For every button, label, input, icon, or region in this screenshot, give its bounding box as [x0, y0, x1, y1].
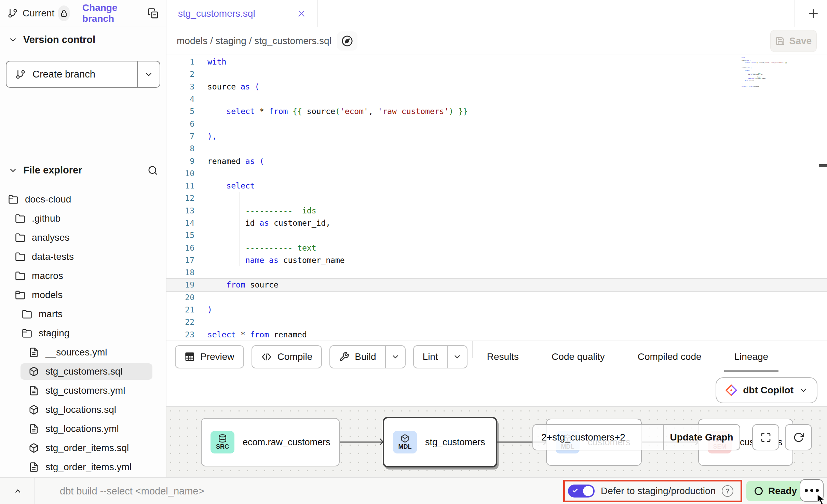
tab-compiled-code[interactable]: Compiled code: [638, 351, 702, 362]
refresh-button[interactable]: [785, 424, 812, 450]
expand-command-panel-button[interactable]: [8, 485, 27, 498]
folder-icon: [22, 309, 32, 319]
dot: [810, 489, 813, 492]
code-line-12[interactable]: 12: [166, 192, 827, 204]
tree-item-label: docs-cloud: [25, 194, 71, 205]
preview-button[interactable]: Preview: [175, 345, 244, 368]
tree-item-data-tests[interactable]: data-tests: [0, 247, 166, 266]
status-badge[interactable]: Ready: [746, 481, 804, 501]
line-number: 18: [166, 268, 207, 277]
scrollbar-thumb[interactable]: [819, 164, 827, 167]
create-branch-button[interactable]: Create branch: [6, 61, 137, 87]
code-editor[interactable]: 1with23source as (45 select * from {{ so…: [166, 55, 827, 340]
code-line-16[interactable]: 16 ---------- text: [166, 241, 827, 254]
code-line-20[interactable]: 20: [166, 291, 827, 304]
chevron-down-icon: [8, 35, 18, 45]
code-line-2[interactable]: 2: [166, 68, 827, 80]
code-line-1[interactable]: 1with: [166, 56, 827, 68]
code-line-6[interactable]: 6: [166, 117, 827, 130]
code-line-23[interactable]: 23select * from renamed: [166, 328, 827, 341]
tree-item-label: marts: [39, 309, 63, 320]
close-icon[interactable]: [297, 9, 306, 18]
lineage-selector-input[interactable]: 2+stg_customers+2: [533, 425, 663, 450]
code-line-22[interactable]: 22: [166, 316, 827, 328]
tree-item-stg_locations.yml[interactable]: stg_locations.yml: [0, 419, 166, 438]
line-number: 8: [166, 144, 207, 153]
code-line-7[interactable]: 7),: [166, 130, 827, 142]
tree-item-stg_locations.sql[interactable]: stg_locations.sql: [0, 400, 166, 419]
search-icon[interactable]: [148, 165, 158, 176]
indent-guide: [240, 192, 240, 266]
build-dropdown[interactable]: [385, 346, 405, 368]
tree-item-analyses[interactable]: analyses: [0, 228, 166, 247]
file-explorer-header[interactable]: File explorer: [0, 165, 166, 176]
compass-button[interactable]: [337, 31, 357, 51]
chevron-down-icon: [799, 386, 808, 395]
tab-code-quality[interactable]: Code quality: [552, 351, 605, 362]
tree-item-stg_order_items.yml[interactable]: stg_order_items.yml: [0, 458, 166, 477]
new-tab-button[interactable]: [804, 4, 823, 23]
code-line-18[interactable]: 18: [166, 266, 827, 279]
tabstrip-divider: [795, 0, 795, 27]
branch-lock-badge: [58, 5, 70, 21]
line-number: 15: [166, 231, 207, 240]
lint-button[interactable]: Lint: [414, 351, 447, 362]
create-branch-dropdown[interactable]: [137, 61, 160, 87]
tree-item-__sources.yml[interactable]: __sources.yml: [0, 343, 166, 362]
code-line-14[interactable]: 14 id as customer_id,: [166, 217, 827, 229]
defer-toggle[interactable]: [568, 485, 595, 498]
file-icon: [29, 424, 39, 434]
change-branch-link[interactable]: Change branch: [82, 2, 136, 24]
folder-open-icon: [8, 194, 18, 205]
lineage-node-stg-customers[interactable]: MDL stg_customers: [383, 417, 497, 467]
lint-dropdown[interactable]: [447, 346, 467, 368]
folder-icon: [15, 271, 25, 281]
tree-item-docs-cloud[interactable]: docs-cloud: [0, 190, 166, 209]
copy-icon[interactable]: [148, 8, 159, 19]
panel-tabs: Results Code quality Compiled code Linea…: [487, 351, 768, 362]
code-line-3[interactable]: 3source as (: [166, 81, 827, 93]
cube-icon: [29, 405, 39, 415]
tree-item-stg_customers.sql[interactable]: stg_customers.sql: [0, 362, 166, 381]
lineage-node-source[interactable]: SRC ecom.raw_customers: [201, 418, 340, 466]
code-line-10[interactable]: 10: [166, 167, 827, 180]
line-number: 9: [166, 157, 207, 166]
tab-stg-customers-sql[interactable]: stg_customers.sql: [166, 0, 318, 27]
tree-item-label: stg_customers.yml: [45, 385, 125, 396]
code-line-5[interactable]: 5 select * from {{ source('ecom', 'raw_c…: [166, 105, 827, 117]
code-line-13[interactable]: 13 ---------- ids: [166, 205, 827, 217]
build-button[interactable]: Build: [330, 351, 385, 362]
code-line-19[interactable]: 19 from source: [166, 279, 827, 291]
tree-item-stg_order_items.sql[interactable]: stg_order_items.sql: [0, 438, 166, 458]
version-control-header[interactable]: Version control: [0, 34, 166, 45]
code-line-11[interactable]: 11 select: [166, 180, 827, 192]
tree-item-models[interactable]: models: [0, 285, 166, 305]
dbt-copilot-button[interactable]: dbt Copilot: [716, 377, 817, 403]
help-icon[interactable]: ?: [722, 485, 733, 497]
dot: [805, 489, 808, 492]
code-line-9[interactable]: 9renamed as (: [166, 155, 827, 167]
code-line-4[interactable]: 4: [166, 93, 827, 105]
cube-icon: [401, 434, 409, 443]
folder-open-icon: [15, 290, 25, 300]
tree-item-.github[interactable]: .github: [0, 209, 166, 228]
folder-open-icon: [22, 328, 32, 338]
code-line-15[interactable]: 15: [166, 229, 827, 241]
code-line-17[interactable]: 17 name as customer_name: [166, 254, 827, 266]
tree-item-macros[interactable]: macros: [0, 266, 166, 285]
minimap[interactable]: withsource as ( select * from {{ source(…: [742, 57, 816, 87]
tree-item-stg_customers.yml[interactable]: stg_customers.yml: [0, 381, 166, 400]
code-line-8[interactable]: 8: [166, 142, 827, 155]
lineage-canvas[interactable]: SRC ecom.raw_customers MDL stg_customers…: [166, 406, 827, 477]
tab-results[interactable]: Results: [487, 351, 519, 362]
command-input[interactable]: dbt build --select <model_name>: [60, 478, 204, 504]
tree-item-marts[interactable]: marts: [0, 305, 166, 324]
code-line-21[interactable]: 21): [166, 304, 827, 316]
fullscreen-button[interactable]: [752, 424, 779, 450]
compile-button[interactable]: Compile: [252, 345, 322, 368]
tree-item-staging[interactable]: staging: [0, 324, 166, 343]
save-button[interactable]: Save: [770, 30, 817, 52]
update-graph-button[interactable]: Update Graph: [663, 425, 740, 450]
tab-lineage[interactable]: Lineage: [734, 351, 769, 362]
line-number: 6: [166, 120, 207, 128]
